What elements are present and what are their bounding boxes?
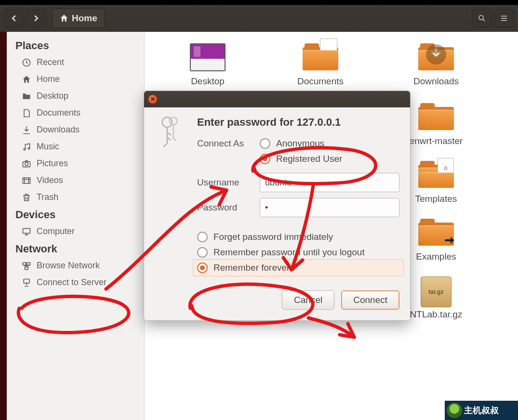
sidebar-item-label: Connect to Server [37,277,106,288]
folder-icon [417,219,455,249]
radio-label: Registered User [276,154,342,164]
sidebar-item-recent[interactable]: Recent [7,54,144,71]
cancel-button[interactable]: Cancel [282,290,334,310]
forward-button[interactable] [26,9,46,27]
archive-icon: tar.gz [417,276,455,307]
connect-as-label: Connect As [197,138,260,149]
folder-icon [417,43,455,74]
radio-remember-logout[interactable]: Remember password until you logout [197,247,399,258]
search-button[interactable] [472,9,492,27]
sidebar: Places Recent Home Desktop Documents Dow… [7,32,145,420]
radio-label: Anonymous [276,138,324,149]
radio-remember-forever[interactable]: Remember forever [193,259,404,276]
archive-badge: tar.gz [428,289,443,295]
svg-rect-11 [23,228,30,233]
svg-rect-12 [23,262,27,265]
svg-rect-10 [23,178,30,184]
sidebar-item-label: Home [37,74,60,84]
sidebar-item-label: Downloads [37,125,80,135]
password-dialog: ✕ Enter password for 127.0.0.1 Connect A… [144,91,411,321]
sidebar-item-downloads[interactable]: Downloads [7,121,144,138]
file-item-downloads[interactable]: Downloads [395,43,477,87]
radio-label: Remember password until you logout [213,247,365,258]
sidebar-item-browse-network[interactable]: Browse Network [7,257,144,274]
clock-icon [21,58,32,67]
radio-icon [260,154,270,164]
sidebar-item-computer[interactable]: Computer [7,223,144,240]
sidebar-item-label: Recent [37,57,64,67]
launcher-edge [0,32,7,420]
sidebar-item-music[interactable]: Music [7,138,144,155]
file-label: Documents [279,76,361,87]
svg-point-0 [479,15,483,20]
svg-rect-14 [25,267,28,269]
folder-icon [302,43,339,74]
svg-line-1 [483,19,485,21]
network-heading: Network [7,240,144,257]
back-button[interactable] [4,9,24,27]
username-label: Username [197,177,260,188]
toolbar: Home [0,5,518,32]
dialog-title: Enter password for 127.0.0.1 [197,116,399,129]
sidebar-item-label: Videos [37,175,63,185]
radio-icon [197,262,208,273]
document-icon [21,108,32,118]
menu-button[interactable] [494,9,514,27]
radio-icon [197,232,208,242]
svg-point-6 [24,148,25,150]
sidebar-item-label: Trash [37,192,58,202]
location-home-button[interactable]: Home [52,9,105,28]
radio-label: Forget password immediately [213,232,333,242]
file-label: Downloads [395,76,477,87]
devices-heading: Devices [7,206,144,223]
svg-point-18 [170,118,177,125]
svg-rect-15 [24,279,29,283]
sidebar-item-label: Music [37,142,59,152]
sidebar-item-desktop[interactable]: Desktop [7,88,144,105]
password-label: Password [197,202,260,213]
sidebar-item-pictures[interactable]: Pictures [7,155,144,172]
sidebar-item-videos[interactable]: Videos [7,172,144,189]
folder-icon: a [417,161,455,192]
keys-icon [155,116,188,153]
radio-icon [260,138,270,149]
location-label: Home [72,13,97,24]
sidebar-item-trash[interactable]: Trash [7,189,144,206]
video-icon [21,176,32,185]
file-item-desktop[interactable]: Desktop [167,43,249,87]
radio-label: Remember forever [213,262,290,273]
svg-rect-13 [27,262,30,265]
radio-icon [197,247,208,258]
desktop-icon [189,43,226,74]
sidebar-item-documents[interactable]: Documents [7,105,144,121]
radio-anonymous[interactable]: Anonymous [260,138,342,149]
svg-point-7 [28,147,29,149]
download-icon [21,125,32,135]
svg-point-9 [25,162,28,166]
sidebar-item-label: Documents [37,108,80,118]
window-titlebar [0,0,518,5]
sidebar-item-connect-server[interactable]: Connect to Server [7,274,144,291]
watermark-text: 主机叔叔 [464,405,499,416]
sidebar-item-label: Computer [37,226,75,236]
sidebar-item-home[interactable]: Home [7,71,144,88]
close-button[interactable]: ✕ [148,94,158,104]
places-heading: Places [7,37,144,54]
home-icon [21,75,32,84]
connect-button[interactable]: Connect [341,290,399,310]
watermark: 主机叔叔 [445,401,518,420]
network-icon [21,261,32,271]
trash-icon [21,193,32,202]
music-icon [21,142,32,152]
username-input[interactable] [260,173,399,192]
password-input[interactable] [260,198,399,217]
radio-forget-immediately[interactable]: Forget password immediately [197,232,399,242]
folder-icon [417,103,455,134]
sidebar-item-label: Desktop [37,91,68,101]
sidebar-item-label: Pictures [37,158,68,169]
radio-registered-user[interactable]: Registered User [260,154,342,164]
file-label: Desktop [167,76,249,87]
dialog-titlebar[interactable]: ✕ [144,91,410,107]
file-item-documents[interactable]: Documents [279,43,361,87]
camera-icon [21,159,32,169]
